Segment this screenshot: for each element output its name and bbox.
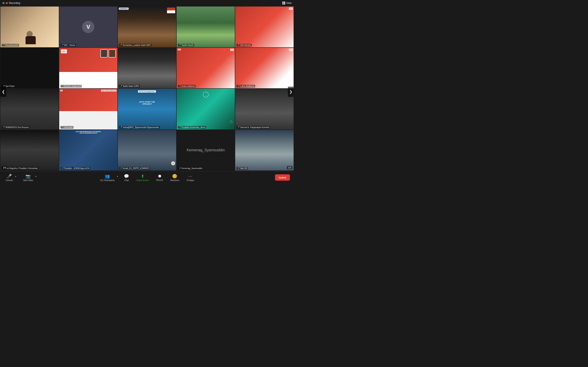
view-label: View xyxy=(286,2,292,4)
tile-eko: 🎤 Eko Nugroho | Pusdatin | Kementan xyxy=(0,130,59,171)
start-video-label: Start Video xyxy=(23,179,33,182)
top-bar: Recording View xyxy=(0,0,294,6)
kemenag-text: Kemenag_Syamsuddin xyxy=(187,148,225,152)
participants-arrow-icon[interactable]: ▲ xyxy=(117,175,118,177)
participant-name-venna: 🎤 SDI - Venna xyxy=(61,44,76,47)
chat-label: Chat xyxy=(124,179,129,182)
video-grid: 🎤 RezaArtamifio V 🎤 SDI - Venna KEMENKEU… xyxy=(0,6,294,171)
participant-name-kemenag: 🎤 Kemenag_Syamsuddin xyxy=(178,167,203,170)
unmute-arrow-icon[interactable]: ▲ xyxy=(15,175,17,177)
toolbar-center-section: 👥 121 Participants ▲ 💬 Chat ⬆ Share Scre… xyxy=(98,173,196,182)
start-video-button[interactable]: 📷 Start Video xyxy=(21,173,35,182)
chat-icon: 💬 xyxy=(124,174,129,179)
share-screen-button[interactable]: ⬆ Share Screen xyxy=(135,173,150,182)
participant-name-indra: 🎤 Indra@MDT_Bpjamsostek Bpjamsostek xyxy=(119,126,160,129)
tile-luhur: 76 🎤 Luhur Budijarso xyxy=(235,48,294,89)
participants-button[interactable]: 👥 121 Participants xyxy=(98,173,116,182)
chat-button[interactable]: 💬 Chat xyxy=(122,173,131,182)
view-button[interactable]: View xyxy=(282,2,292,4)
reactions-button[interactable]: 😊 Reactions xyxy=(169,173,181,182)
unmute-button[interactable]: 🎤 Unmute xyxy=(4,173,15,182)
participant-name-taufik: 🎤 Taufik Hanafi xyxy=(178,44,194,47)
record-button[interactable]: ⏺ Record xyxy=(155,173,164,182)
next-page-button[interactable]: ❯ xyxy=(288,87,294,97)
participant-name-oktorialdi: 🎤 Oktorialdi xyxy=(61,126,73,129)
recording-indicator: Recording xyxy=(2,2,20,4)
participant-name-agus: 🎤 Pusdatin - ESDM Agus ACA xyxy=(61,167,90,170)
tile-ismail: 🔥 🎤 Ismail_DJ_SDPPI_KOMINFO xyxy=(118,130,176,171)
tile-indra: BPJS Ketenagakerjaan LET'S START THEI-PR… xyxy=(118,89,176,129)
reactions-label: Reactions xyxy=(170,179,179,182)
tile-hari: 🎤 Hari DK xyxy=(235,130,294,171)
unmute-icon: 🎤 xyxy=(7,174,12,179)
record-icon: ⏺ xyxy=(158,174,162,178)
tile-semuel: 🎤 Semuel A. Pangerapan-Kominfo xyxy=(235,89,294,129)
tile-skmensos: 🎤 SKMENSOS Don Rozano xyxy=(0,89,59,129)
apps-label: 53 Apps xyxy=(187,179,194,182)
apps-icon: ⋯ xyxy=(188,174,192,179)
unmute-section: 🎤 Unmute ▲ xyxy=(4,173,17,182)
unmute-label: Unmute xyxy=(6,179,13,182)
status-dot xyxy=(2,2,4,4)
tile-taufik: 🎤 Taufik Hanafi xyxy=(177,7,235,47)
tile-agus: SADI PERTAMBANGAN DAN ENERGIUNTUK INDONE… xyxy=(59,130,118,171)
recording-text: Recording xyxy=(9,2,20,4)
participant-name-hari: 🎤 Hari DK xyxy=(236,167,248,170)
prev-page-button[interactable]: ❮ xyxy=(0,87,6,97)
tile-spri: 🎤 Spri Dirjen xyxy=(0,48,59,89)
participant-name-pusdatin-anna: 🎤 Pusdatin Kementan_Anna xyxy=(178,126,206,129)
participant-name-skmensos: 🎤 SKMENSOS Don Rozano xyxy=(2,126,30,129)
tile-pusdatin-anna: ◯ △ 🎤 Pusdatin Kementan_Anna xyxy=(177,89,235,129)
participant-name-saiful: 🎤 Saiful Islam-DJPb xyxy=(119,85,140,87)
tile-sdi-hendro: 76 🎤 SDI-Hendro xyxy=(235,7,294,47)
tile-reza: 🎤 RezaArtamifio xyxy=(0,7,59,47)
tile-ervan: 76 SDI 🎤 ervan maksum xyxy=(177,48,235,89)
participant-name-reza: 🎤 RezaArtamifio xyxy=(2,44,19,47)
video-arrow-icon[interactable]: ▲ xyxy=(35,175,37,177)
apps-button[interactable]: ⋯ 53 Apps xyxy=(185,173,196,182)
tile-saiful: 🎤 Saiful Islam-DJPb xyxy=(118,48,176,89)
tile-kemenkeu: KEMENKEU 🎤 Kemenkeu_sudarto Sahli OBTI xyxy=(118,7,176,47)
avatar-venna: V xyxy=(82,21,94,33)
participant-name-sdi-hendro: 🎤 SDI-Hendro xyxy=(236,44,252,47)
tile-venna: V 🎤 SDI - Venna xyxy=(59,7,118,47)
record-label: Record xyxy=(156,179,163,181)
share-screen-label: Share Screen xyxy=(136,179,149,182)
recording-dot xyxy=(6,2,8,4)
participant-name-eko: 🎤 Eko Nugroho | Pusdatin | Kementan xyxy=(2,167,39,170)
tile-kemenag: Kemenag_Syamsuddin 🎤 Kemenag_Syamsuddin xyxy=(177,130,235,171)
toolbar: 🎤 Unmute ▲ 📷 Start Video ▲ 👥 121 Partici… xyxy=(0,171,294,184)
participant-name-luhur: 🎤 Luhur Budijarso xyxy=(236,85,255,87)
participant-name-zudan: 🎤 Prof.Dr. Zudan Arif xyxy=(61,85,82,87)
participant-name-semuel: 🎤 Semuel A. Pangerapan-Kominfo xyxy=(236,126,270,129)
participants-section: 👥 121 Participants ▲ xyxy=(98,173,118,182)
participant-name-kemenkeu: 🎤 Kemenkeu_sudarto Sahli OBTI xyxy=(119,44,152,47)
start-video-section: 📷 Start Video ▲ xyxy=(21,173,37,182)
leave-button[interactable]: Leave xyxy=(275,174,290,181)
share-screen-icon: ⬆ xyxy=(141,174,144,179)
grid-icon xyxy=(282,2,285,4)
tile-oktorialdi: Satu Data Indonesia 76 🎤 Oktorialdi xyxy=(59,89,118,129)
reactions-icon: 😊 xyxy=(172,174,177,179)
tile-zudan: SDI 🎤 Prof.Dr. Zudan Arif xyxy=(59,48,118,89)
toolbar-right-section: Leave xyxy=(275,174,290,181)
participant-name-ismail: 🎤 Ismail_DJ_SDPPI_KOMINFO xyxy=(119,167,150,170)
participants-icon: 👥 xyxy=(105,174,110,179)
page-indicator-left: 1/5 xyxy=(2,166,7,169)
video-icon: 📷 xyxy=(26,174,31,179)
toolbar-left-section: 🎤 Unmute ▲ 📷 Start Video ▲ xyxy=(4,173,37,182)
page-indicator-right: 1/5 xyxy=(287,166,292,169)
participant-name-ervan: 🎤 ervan maksum xyxy=(178,85,196,87)
